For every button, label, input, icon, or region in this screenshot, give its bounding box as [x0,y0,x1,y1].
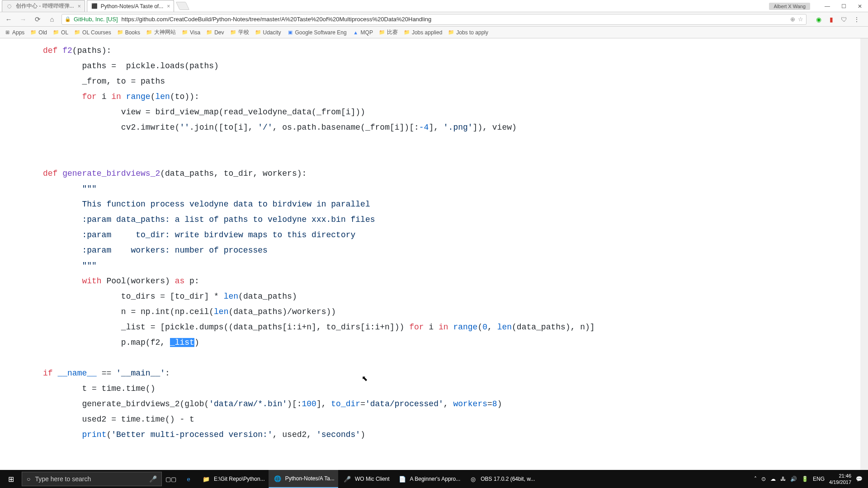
extension-icon-3[interactable]: 🛡 [840,15,848,23]
bookmark-school[interactable]: 📁学校 [230,28,249,36]
page-content: def f2(paths): paths = pickle.loads(path… [0,38,868,470]
zoom-icon[interactable]: ⊕ [790,16,795,23]
taskbar-chrome[interactable]: 🌐Python-Notes/A Ta... [269,470,338,488]
task-view-button[interactable]: ▢▢ [162,470,179,488]
taskbar-edge[interactable]: e [179,470,197,488]
folder-icon: 📁 [146,29,153,36]
folder-icon: 📁 [74,29,81,36]
vertical-scrollbar[interactable] [860,38,868,470]
bookmark-label: Google Software Eng [295,29,347,36]
tab2-favicon: ⬛ [91,3,98,10]
bookmark-visa[interactable]: 📁Visa [181,29,200,36]
code-viewer[interactable]: def f2(paths): paths = pickle.loads(path… [43,43,787,456]
folder-icon: 📁 [206,29,213,36]
folder-icon: 📁 [403,29,410,36]
bookmark-udacity[interactable]: 📁Udacity [255,29,281,36]
bookmarks-bar: ⊞Apps 📁Old 📁OL 📁OL Courses 📁Books 📁大神网站 … [0,27,868,38]
reload-button[interactable]: ⟳ [33,14,42,24]
start-button[interactable]: ⊞ [0,470,22,488]
tray-location-icon[interactable]: ⊙ [761,476,766,482]
maximize-button[interactable]: ☐ [835,0,852,12]
taskbar-label: WO Mic Client [355,476,390,482]
bookmark-google-se[interactable]: ▣Google Software Eng [287,29,347,36]
mouse-cursor-icon: ⬉ [362,374,368,383]
tray-notifications-icon[interactable]: 💬 [856,476,863,482]
bookmark-jobs-to-apply[interactable]: 📁Jobs to apply [448,29,488,36]
back-button[interactable]: ← [4,14,14,24]
extension-icon-1[interactable]: ◉ [815,15,823,23]
bookmark-dashen[interactable]: 📁大神网站 [146,28,176,36]
bookmark-bisai[interactable]: 📁比赛 [378,28,398,36]
bookmark-label: Jobs to apply [456,29,488,36]
tab2-close-icon[interactable]: × [167,3,170,9]
folder-icon: 📁 [52,29,60,36]
taskbar-explorer[interactable]: 📁E:\Git Repo\Python... [197,470,269,488]
tray-network-icon[interactable]: 🖧 [780,476,786,482]
tab1-close-icon[interactable]: × [78,3,81,9]
address-bar: ← → ⟳ ⌂ 🔒 GitHub, Inc. [US] https://gith… [0,12,868,27]
bookmark-ol[interactable]: 📁OL [52,29,68,36]
tray-volume-icon[interactable]: 🔊 [790,476,797,482]
selected-text: _list [170,338,194,347]
taskbar-doc[interactable]: 📄A Beginner's Appro... [393,470,464,488]
bookmark-label: Old [38,29,47,36]
secure-origin-label: GitHub, Inc. [US] [74,16,118,23]
bookmark-label: OL [61,29,68,36]
folder-icon: 📁 [117,29,124,36]
browser-tab-2[interactable]: ⬛ Python-Notes/A Taste of... × [87,0,175,12]
page-icon: ▣ [287,29,294,36]
code-block: def f2(paths): paths = pickle.loads(path… [43,43,787,442]
bookmark-ol-courses[interactable]: 📁OL Courses [74,29,111,36]
tab1-favicon: ◌ [6,3,13,10]
tray-date: 4/19/2017 [829,479,851,485]
tray-chevron-up-icon[interactable]: ˄ [754,476,757,482]
taskbar-label: OBS 17.0.2 (64bit, w... [481,476,535,482]
user-badge[interactable]: Albert X Wang [769,3,810,10]
taskbar-search[interactable]: ○ Type here to search 🎤 [22,472,162,486]
tray-time: 21:46 [829,473,851,479]
tray-cloud-icon[interactable]: ☁ [770,476,776,482]
taskbar-label: A Beginner's Appro... [410,476,461,482]
chrome-menu-icon[interactable]: ⋮ [853,15,861,23]
bookmark-star-icon[interactable]: ☆ [798,16,803,23]
tab2-title: Python-Notes/A Taste of... [101,3,164,9]
bookmark-label: Udacity [263,29,281,36]
search-icon: ○ [27,475,30,483]
taskbar-womic[interactable]: 🎤WO Mic Client [338,470,393,488]
bookmark-label: Dev [214,29,224,36]
minimize-button[interactable]: — [819,0,835,12]
new-tab-button[interactable] [176,2,189,10]
tray-clock[interactable]: 21:46 4/19/2017 [829,473,851,485]
drive-icon: ▲ [352,29,359,36]
home-button[interactable]: ⌂ [47,14,57,24]
search-placeholder: Type here to search [35,475,91,483]
task-view-icon: ▢▢ [166,474,176,484]
browser-tab-1[interactable]: ◌ 创作中心 - 哔哩哔哩弹... × [2,0,85,12]
bookmark-label: 学校 [238,28,249,36]
close-window-button[interactable]: ✕ [852,0,868,12]
bookmark-label: Books [125,29,140,36]
folder-icon: 📁 [255,29,262,36]
apps-label: Apps [12,29,24,36]
bookmark-jobs-applied[interactable]: 📁Jobs applied [403,29,442,36]
apps-button[interactable]: ⊞Apps [4,29,24,36]
bookmark-dev[interactable]: 📁Dev [206,29,224,36]
folder-icon: 📁 [230,29,237,36]
folder-icon: 📁 [378,29,386,36]
tray-language[interactable]: ENG [813,476,825,482]
mic-icon[interactable]: 🎤 [149,475,157,483]
bookmark-label: Visa [190,29,200,36]
folder-icon: 📁 [30,29,37,36]
forward-button[interactable]: → [18,14,28,24]
bookmark-mqp[interactable]: ▲MQP [352,29,373,36]
url-text: https://github.com/CreatCodeBuild/Python… [122,16,790,23]
folder-icon: 📁 [201,474,211,484]
bookmark-label: 比赛 [387,28,398,36]
bookmark-old[interactable]: 📁Old [30,29,47,36]
extension-icon-2[interactable]: ▮ [827,15,835,23]
omnibox[interactable]: 🔒 GitHub, Inc. [US] https://github.com/C… [61,14,807,25]
titlebar: ◌ 创作中心 - 哔哩哔哩弹... × ⬛ Python-Notes/A Tas… [0,0,868,12]
bookmark-books[interactable]: 📁Books [117,29,140,36]
taskbar-obs[interactable]: ◎OBS 17.0.2 (64bit, w... [464,470,538,488]
tray-battery-icon[interactable]: 🔋 [802,476,808,482]
